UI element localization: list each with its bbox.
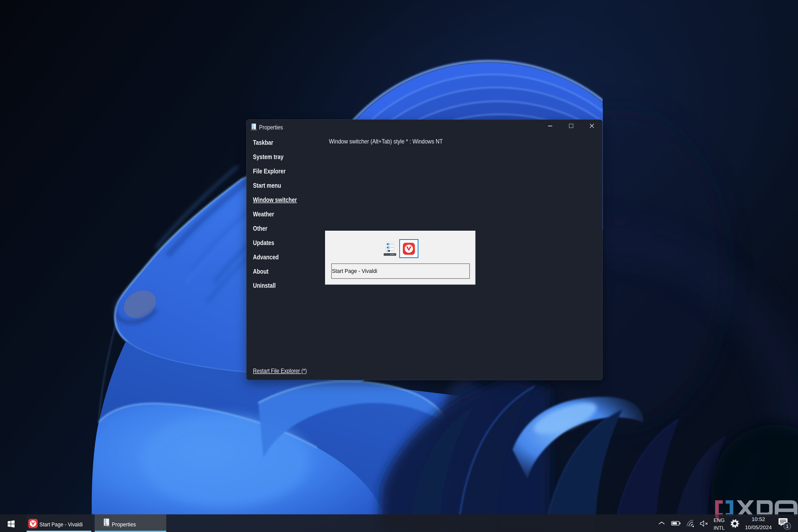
svg-text:1: 1 (786, 524, 789, 529)
